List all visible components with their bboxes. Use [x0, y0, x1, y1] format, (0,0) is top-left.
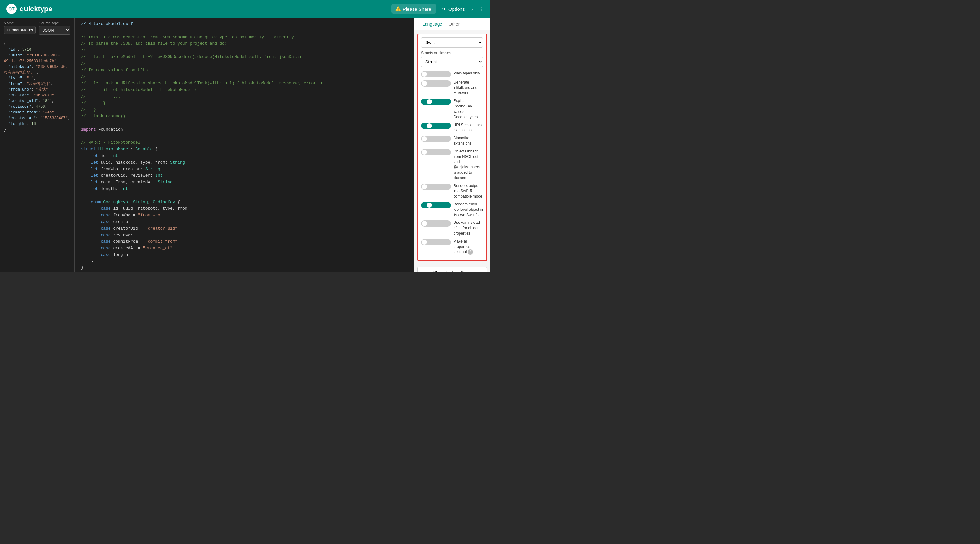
toggle-gen-init: Generate initializers and mutators: [421, 80, 483, 96]
help-button[interactable]: ?: [471, 6, 473, 12]
right-panel: Language Other Swift Kotlin TypeScript C…: [414, 18, 490, 272]
swift5-label: Renders output in a Swift 5 compatible m…: [453, 183, 483, 199]
please-share-button[interactable]: ⚠️ Please Share!: [391, 4, 436, 14]
source-label: Source type: [39, 21, 70, 25]
left-panel: Name Source type JSON GraphQL TypeScript…: [0, 18, 75, 272]
alamofire-toggle[interactable]: [421, 136, 451, 142]
logo-text: quicktype: [20, 5, 52, 13]
options-button[interactable]: 👁 Options: [442, 6, 465, 12]
action-buttons: Share Link to Code Download Code: [414, 264, 490, 272]
options-section: Swift Kotlin TypeScript C# Go Java Pytho…: [417, 33, 487, 261]
tab-other[interactable]: Other: [445, 18, 463, 30]
source-section: Source type JSON GraphQL TypeScript: [39, 21, 70, 35]
left-panel-header: Name Source type JSON GraphQL TypeScript: [0, 18, 74, 38]
import-foundation: import Foundation: [81, 127, 407, 133]
top-level-toggle[interactable]: [421, 202, 451, 208]
name-section: Name: [4, 21, 35, 35]
eye-icon: 👁: [442, 6, 447, 12]
file-comment-1: // HitokotoModel.swift: [81, 21, 407, 28]
explicit-coding-toggle[interactable]: [421, 98, 451, 105]
plain-types-toggle[interactable]: [421, 71, 451, 77]
toggle-optional: Make all properties optional ?: [421, 239, 483, 255]
header: QT quicktype ⚠️ Please Share! 👁 Options …: [0, 0, 490, 18]
optional-toggle[interactable]: [421, 239, 451, 245]
tab-language[interactable]: Language: [419, 18, 445, 30]
gen-comment: // This file was generated from JSON Sch…: [81, 34, 407, 41]
struct-select[interactable]: Struct Class: [421, 57, 483, 67]
toggle-alamofire: Alamofire extensions: [421, 135, 483, 146]
gen-init-toggle[interactable]: [421, 80, 451, 87]
alamofire-label: Alamofire extensions: [453, 135, 483, 146]
options-label: Options: [449, 6, 465, 12]
name-label: Name: [4, 21, 35, 25]
nsobject-label: Objects inherit from NSObject and @objcM…: [453, 149, 483, 181]
share-link-button[interactable]: Share Link to Code: [417, 266, 487, 272]
toggle-explicit-coding: Explicit CodingKey values in Codable typ…: [421, 98, 483, 119]
urlsession-toggle[interactable]: [421, 123, 451, 129]
optional-help-icon[interactable]: ?: [468, 249, 473, 255]
right-tabs: Language Other: [414, 18, 490, 30]
top-level-label: Renders each top-level object in its own…: [453, 201, 483, 217]
toggle-use-var: Use var instead of let for object proper…: [421, 220, 483, 236]
use-var-label: Use var instead of let for object proper…: [453, 220, 483, 236]
explicit-coding-label: Explicit CodingKey values in Codable typ…: [453, 98, 483, 119]
language-select[interactable]: Swift Kotlin TypeScript C# Go Java Pytho…: [421, 37, 483, 48]
mark-hitokoto: // MARK: - HitokotoModel: [81, 140, 407, 146]
nsobject-toggle[interactable]: [421, 149, 451, 155]
share-label: Please Share!: [403, 6, 433, 12]
gen-init-label: Generate initializers and mutators: [453, 80, 483, 96]
use-var-toggle[interactable]: [421, 220, 451, 227]
toggle-plain-types: Plain types only: [421, 71, 483, 77]
code-panel: // HitokotoModel.swift // This file was …: [75, 18, 414, 272]
toggle-nsobject: Objects inherit from NSObject and @objcM…: [421, 149, 483, 181]
header-right: ⚠️ Please Share! 👁 Options ? ⋮: [391, 4, 484, 14]
optional-label: Make all properties optional ?: [453, 239, 483, 255]
toggle-swift5: Renders output in a Swift 5 compatible m…: [421, 183, 483, 199]
logo-icon: QT: [6, 4, 16, 14]
toggle-urlsession: URLSession task extensions: [421, 122, 483, 133]
swift5-toggle[interactable]: [421, 184, 451, 190]
urlsession-label: URLSession task extensions: [453, 122, 483, 133]
toggle-top-level: Renders each top-level object in its own…: [421, 201, 483, 217]
warning-icon: ⚠️: [395, 6, 401, 12]
source-type-select[interactable]: JSON GraphQL TypeScript: [39, 26, 70, 35]
plain-types-label: Plain types only: [453, 71, 483, 76]
json-editor[interactable]: { "id": 5716, "uuid": "71396790-6d06-49d…: [0, 38, 74, 272]
menu-button[interactable]: ⋮: [479, 6, 484, 12]
name-input[interactable]: [4, 26, 35, 34]
header-left: QT quicktype: [6, 4, 52, 14]
structs-label: Structs or classes: [421, 51, 483, 55]
main-layout: Name Source type JSON GraphQL TypeScript…: [0, 18, 490, 272]
